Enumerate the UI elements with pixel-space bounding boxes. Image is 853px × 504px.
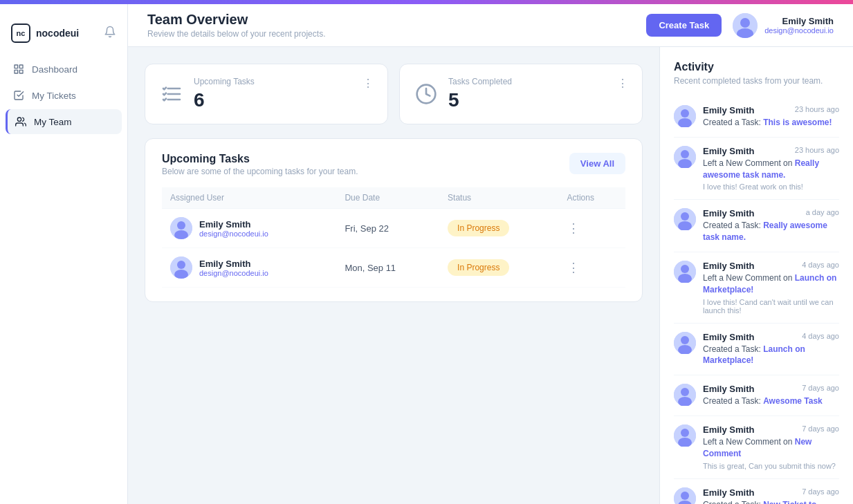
svg-rect-0 [15, 65, 18, 68]
activity-avatar [674, 384, 696, 406]
activity-time: 23 hours ago [795, 146, 839, 154]
activity-item: Emily Smith 4 days ago Left a New Commen… [674, 252, 839, 324]
task-user-email: design@nocodeui.io [199, 230, 268, 238]
activity-item: Emily Smith 4 days ago Created a Task: L… [674, 324, 839, 376]
activity-text: Created a Task: New Ticket to finish das… [703, 499, 839, 504]
activity-link[interactable]: Awesome Task [763, 396, 823, 406]
task-actions-menu[interactable]: ⋮ [567, 221, 580, 235]
stat-value: 5 [448, 89, 512, 111]
activity-time: 7 days ago [802, 424, 839, 433]
activity-avatar [674, 332, 696, 354]
stat-info: Upcoming Tasks 6 [194, 77, 255, 111]
sidebar-item-my-tickets[interactable]: My Tickets [6, 83, 122, 108]
stat-label: Upcoming Tasks [194, 77, 255, 86]
col-actions: Actions [559, 187, 625, 209]
activity-link[interactable]: New Ticket to finish dashboard. [703, 500, 816, 504]
svg-point-19 [681, 109, 689, 118]
activity-avatar [674, 208, 696, 230]
header: Team Overview Review the details below o… [128, 4, 853, 47]
header-left: Team Overview Review the details below o… [147, 12, 325, 39]
task-user-name: Emily Smith [199, 219, 268, 230]
svg-point-28 [681, 265, 689, 273]
activity-link[interactable]: Really awesome task name. [703, 221, 827, 242]
sidebar-item-label: My Team [34, 117, 72, 127]
col-status: Status [439, 187, 558, 209]
bell-icon[interactable] [104, 26, 116, 41]
activity-item: Emily Smith 7 days ago Created a Task: A… [674, 375, 839, 416]
task-actions-menu[interactable]: ⋮ [567, 261, 580, 274]
activity-item: Emily Smith 7 days ago Left a New Commen… [674, 416, 839, 479]
activity-header-row: Emily Smith 7 days ago [703, 384, 839, 394]
stat-card-left: Tasks Completed 5 [414, 77, 512, 111]
task-due-date: Mon, Sep 11 [336, 248, 439, 288]
status-badge: In Progress [448, 220, 509, 236]
activity-link[interactable]: New Comment [703, 437, 811, 458]
svg-point-37 [681, 429, 689, 437]
svg-point-34 [681, 388, 689, 396]
activity-comment: I love this! Great work on this! [703, 183, 839, 191]
activity-time: 7 days ago [802, 487, 839, 496]
activity-body: Emily Smith 7 days ago Created a Task: N… [703, 487, 839, 504]
activity-user-name: Emily Smith [703, 384, 754, 394]
tasks-table: Assigned User Due Date Status Actions [162, 187, 625, 288]
sidebar-item-my-team[interactable]: My Team [6, 109, 122, 134]
user-name: Emily Smith [764, 16, 834, 26]
svg-point-6 [740, 18, 750, 28]
tickets-icon [12, 89, 25, 102]
activity-avatar [674, 105, 696, 127]
svg-rect-1 [19, 65, 23, 68]
activity-item: Emily Smith 7 days ago Created a Task: N… [674, 479, 839, 504]
view-all-button[interactable]: View All [569, 153, 625, 174]
activity-user-name: Emily Smith [703, 424, 754, 435]
tasks-title: Upcoming Tasks [162, 153, 358, 165]
sidebar: nc nocodeui Dashboard [0, 4, 128, 504]
activity-body: Emily Smith 4 days ago Created a Task: L… [703, 332, 839, 367]
team-icon [15, 115, 27, 128]
activity-time: a day ago [806, 208, 839, 216]
stat-menu-icon[interactable]: ⋮ [617, 77, 628, 90]
table-row: Emily Smith design@nocodeui.io Fri, Sep … [162, 209, 625, 248]
stat-value: 6 [194, 89, 255, 111]
activity-link[interactable]: Launch on Marketplace! [703, 344, 805, 366]
svg-point-40 [681, 492, 689, 500]
activity-link[interactable]: Really awesome task name. [703, 158, 819, 180]
activity-subtitle: Recent completed tasks from your team. [674, 76, 839, 86]
sidebar-item-label: My Tickets [32, 91, 76, 101]
activity-body: Emily Smith 4 days ago Left a New Commen… [703, 261, 839, 315]
svg-point-22 [681, 150, 689, 158]
activity-item: Emily Smith a day ago Created a Task: Re… [674, 200, 839, 252]
logo-text: nocodeui [36, 28, 79, 39]
activity-body: Emily Smith 7 days ago Created a Task: A… [703, 384, 839, 407]
activity-comment: I love this! Cand can't wait until we ca… [703, 298, 839, 315]
activity-body: Emily Smith 23 hours ago Created a Task:… [703, 105, 839, 129]
activity-list: Emily Smith 23 hours ago Created a Task:… [674, 97, 839, 504]
task-user: Emily Smith design@nocodeui.io [170, 256, 328, 279]
activity-time: 7 days ago [802, 384, 839, 392]
task-user-name: Emily Smith [199, 259, 268, 269]
create-task-button[interactable]: Create Task [646, 14, 722, 37]
clock-icon [414, 82, 439, 106]
table-row: Emily Smith design@nocodeui.io Mon, Sep … [162, 248, 625, 288]
status-badge: In Progress [448, 259, 509, 276]
svg-rect-3 [15, 70, 18, 73]
activity-text: Left a New Comment on Launch on Marketpl… [703, 272, 839, 296]
activity-text: Created a Task: Awesome Task [703, 395, 839, 407]
activity-time: 4 days ago [802, 332, 839, 340]
activity-header-row: Emily Smith 4 days ago [703, 332, 839, 342]
dashboard-icon [12, 63, 25, 75]
activity-user-name: Emily Smith [703, 208, 754, 218]
activity-user-name: Emily Smith [703, 261, 754, 271]
activity-header-row: Emily Smith 7 days ago [703, 487, 839, 498]
header-right: Create Task Emily Smith design@nocodeui.… [646, 13, 834, 38]
page-title: Team Overview [147, 12, 325, 28]
stat-menu-icon[interactable]: ⋮ [363, 77, 374, 90]
activity-time: 23 hours ago [795, 105, 839, 113]
activity-body: Emily Smith 23 hours ago Left a New Comm… [703, 146, 839, 192]
tasks-header: Upcoming Tasks Below are some of the upc… [162, 153, 625, 176]
col-due-date: Due Date [336, 187, 439, 209]
activity-link[interactable]: This is awesome! [763, 118, 832, 127]
activity-link[interactable]: Launch on Marketplace! [703, 273, 836, 295]
activity-text: Created a Task: This is awesome! [703, 117, 839, 129]
sidebar-item-dashboard[interactable]: Dashboard [6, 57, 122, 82]
task-user: Emily Smith design@nocodeui.io [170, 217, 328, 239]
